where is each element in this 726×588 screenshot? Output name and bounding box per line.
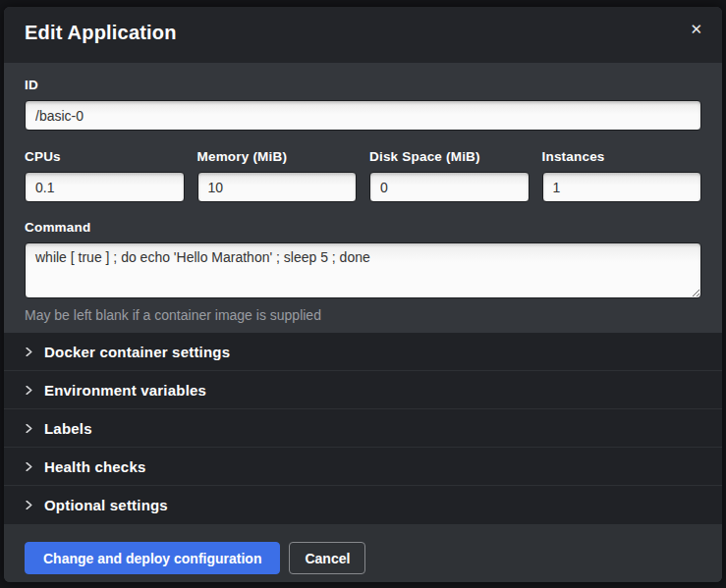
id-input[interactable] (25, 100, 701, 131)
chevron-right-icon (25, 462, 33, 471)
section-label: Optional settings (44, 497, 168, 513)
chevron-right-icon (25, 347, 33, 356)
resources-row: CPUs Memory (MiB) Disk Space (MiB) Insta… (25, 149, 701, 202)
application-form: ID CPUs Memory (MiB) Disk Space (MiB) In… (4, 63, 722, 333)
instances-input[interactable] (542, 172, 702, 202)
section-label: Health checks (44, 458, 145, 475)
accordion-sections: Docker container settings Environment va… (4, 333, 722, 524)
disk-field-group: Disk Space (MiB) (369, 149, 530, 202)
chevron-right-icon (25, 501, 33, 509)
disk-label: Disk Space (MiB) (369, 149, 530, 164)
id-label: ID (25, 78, 701, 92)
command-field-group: Command May be left blank if a container… (25, 220, 701, 323)
section-label: Environment variables (44, 382, 206, 399)
memory-field-group: Memory (MiB) (197, 149, 358, 202)
command-help-text: May be left blank if a container image i… (25, 307, 701, 323)
section-environment-variables[interactable]: Environment variables (4, 371, 722, 409)
section-health-checks[interactable]: Health checks (4, 448, 722, 486)
cancel-button[interactable]: Cancel (289, 542, 365, 574)
disk-input[interactable] (369, 172, 530, 202)
command-label: Command (25, 220, 701, 235)
change-and-deploy-button[interactable]: Change and deploy configuration (25, 542, 280, 574)
chevron-right-icon (25, 424, 33, 433)
modal-header: Edit Application ✕ (4, 7, 722, 63)
instances-label: Instances (542, 149, 702, 164)
close-icon[interactable]: ✕ (686, 20, 706, 38)
section-label: Labels (44, 420, 92, 437)
modal-title: Edit Application (25, 22, 701, 44)
memory-input[interactable] (197, 172, 358, 202)
cpus-field-group: CPUs (25, 149, 185, 202)
id-field-group: ID (25, 78, 701, 131)
chevron-right-icon (25, 386, 33, 395)
section-label: Docker container settings (44, 344, 230, 360)
section-labels[interactable]: Labels (4, 409, 722, 448)
cpus-input[interactable] (25, 172, 185, 202)
modal-footer: Change and deploy configuration Cancel (4, 524, 722, 582)
memory-label: Memory (MiB) (197, 149, 358, 164)
instances-field-group: Instances (542, 149, 702, 202)
cpus-label: CPUs (25, 149, 185, 164)
command-textarea[interactable] (25, 242, 701, 298)
section-optional-settings[interactable]: Optional settings (4, 486, 722, 524)
section-docker-container-settings[interactable]: Docker container settings (4, 333, 722, 371)
edit-application-modal: Edit Application ✕ ID CPUs Memory (MiB) … (4, 7, 722, 582)
